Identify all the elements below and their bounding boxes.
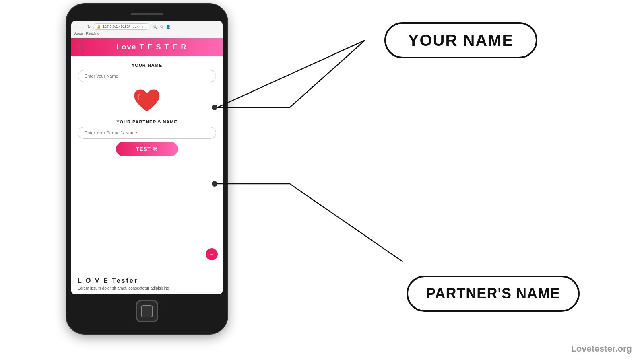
lock-icon: 🔒 — [97, 25, 101, 29]
partner-name-annotation-text: PARTNER'S NAME — [426, 285, 560, 302]
partner-name-input[interactable] — [78, 127, 216, 139]
apps-label: Apps — [74, 31, 83, 35]
address-text: 127.0.0.1:49182/index.html — [103, 25, 147, 29]
your-name-annotation-text: YOUR NAME — [408, 31, 514, 49]
search-icon[interactable]: 🔍 — [153, 25, 157, 29]
watermark: Lovetester.org — [571, 343, 632, 354]
heart-container — [78, 88, 216, 116]
test-button[interactable]: TEST % — [116, 142, 178, 156]
address-bar[interactable]: 🔒 127.0.0.1:49182/index.html — [93, 23, 150, 30]
phone-mockup: ← → ↻ 🔒 127.0.0.1:49182/index.html 🔍 ☆ 👤… — [66, 4, 227, 334]
nav-back-icon[interactable]: ← — [74, 25, 78, 29]
nav-forward-icon[interactable]: → — [81, 25, 85, 29]
your-name-connector-dot — [212, 105, 217, 110]
your-name-label: YOUR NAME — [78, 63, 216, 68]
partner-name-annotation-box: PARTNER'S NAME — [407, 276, 580, 312]
your-name-annotation-box: YOUR NAME — [384, 22, 537, 58]
app-content: YOUR NAME YOUR PARTNER'S NAME TEST % — [71, 56, 223, 162]
floating-action-button[interactable]: → — [206, 248, 218, 260]
app-title: Love T E S T E R — [87, 43, 216, 51]
star-icon[interactable]: ☆ — [160, 25, 163, 29]
phone-screen: ← → ↻ 🔒 127.0.0.1:49182/index.html 🔍 ☆ 👤… — [71, 21, 223, 294]
heart-icon — [133, 88, 161, 115]
phone-speaker — [131, 13, 163, 15]
app-header: ☰ Love T E S T E R — [71, 38, 223, 56]
app-footer: L O V E Tester Lorem ipsum dolor sit ame… — [71, 273, 223, 294]
footer-text: Lorem ipsum dolor sit amet, consectetur … — [78, 286, 216, 290]
partner-name-connector-dot — [212, 181, 217, 187]
browser-nav: ← → ↻ 🔒 127.0.0.1:49182/index.html 🔍 ☆ 👤 — [74, 23, 219, 30]
svg-line-0 — [217, 40, 365, 107]
nav-refresh-icon[interactable]: ↻ — [87, 25, 91, 29]
browser-bar: ← → ↻ 🔒 127.0.0.1:49182/index.html 🔍 ☆ 👤… — [71, 21, 223, 38]
phone-home-button[interactable] — [136, 300, 158, 322]
your-name-input[interactable] — [78, 70, 216, 82]
footer-title: L O V E Tester — [78, 277, 216, 284]
hamburger-icon[interactable]: ☰ — [78, 43, 83, 51]
browser-bookmarks: Apps Reading l — [74, 31, 219, 35]
partner-name-label: YOUR PARTNER'S NAME — [78, 119, 216, 124]
user-icon[interactable]: 👤 — [166, 25, 171, 29]
reading-label: Reading l — [86, 31, 101, 35]
